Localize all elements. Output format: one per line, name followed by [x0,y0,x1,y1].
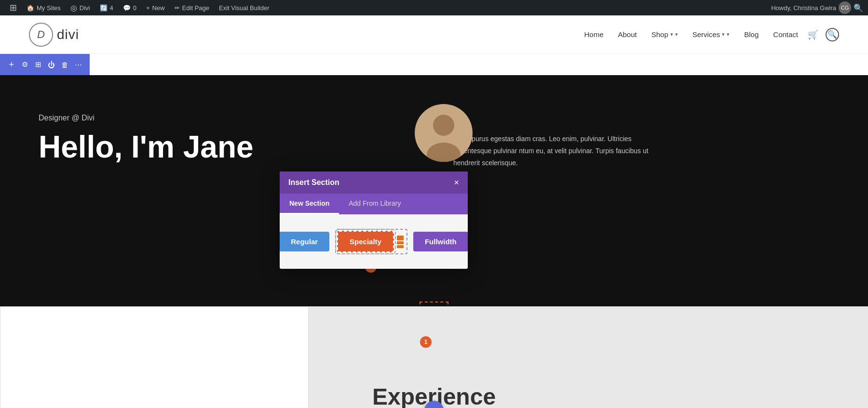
hero-avatar [415,104,473,162]
divi-icon: ◎ [70,3,77,13]
nav-item-about[interactable]: About [618,30,637,39]
nav-item-blog[interactable]: Blog [744,30,759,39]
site-logo[interactable]: D divi [29,23,79,47]
gray-section: Experience ··· [0,306,868,408]
specialty-section-button[interactable]: Specialty [337,231,394,252]
search-nav-icon[interactable]: 🔍 [826,28,839,41]
nav-icons: 🛒 🔍 [808,28,839,41]
top-navigation: D divi Home About Shop▾ Services▾ Blog C… [0,15,868,54]
hero-title: Hello, I'm Jane [39,130,415,164]
comments-icon: 💬 [123,4,131,12]
modal-body: Regular Specialty Fullwidth [280,214,468,269]
specialty-layout-icon [397,236,404,248]
exit-builder-link[interactable]: Exit Visual Builder [214,0,274,15]
logo-circle: D [29,23,53,47]
admin-bar-right: Howdy, Christina Gwira CG 🔍 [771,1,863,14]
layout-icon: ⊞ [35,60,41,69]
layout-button[interactable]: ⊞ [32,57,44,72]
badge-number-1: 1 [420,336,432,348]
admin-bar: ⊞ 🏠 My Sites ◎ Divi 🔄 4 💬 0 + New ✏ Edit… [0,0,868,15]
settings-button[interactable]: ⚙ [19,57,31,72]
wp-logo[interactable]: ⊞ [5,0,22,15]
trash-icon: 🗑 [61,61,68,69]
tab-library[interactable]: Add From Library [339,194,410,214]
chevron-down-icon: ▾ [722,31,725,38]
comments-link[interactable]: 💬 0 [118,0,141,15]
power-icon: ⏻ [48,61,55,69]
ellipsis-icon: ··· [429,405,440,408]
left-panel [0,306,309,408]
lower-add-section-button[interactable]: ··· [424,401,444,408]
stripe-top [397,236,404,240]
divi-link[interactable]: ◎ Divi [66,0,95,15]
specialty-stripes [397,236,404,248]
wp-icon: ⊞ [10,2,17,13]
more-icon: ⋯ [75,60,82,69]
modal-header: Insert Section × [280,171,468,194]
main-content: Designer @ Divi Hello, I'm Jane psum pur… [0,75,868,408]
insert-section-modal: Insert Section × New Section Add From Li… [280,171,468,269]
gear-icon: ⚙ [22,60,28,69]
edit-page-link[interactable]: ✏ Edit Page [170,0,214,15]
hero-right: psum purus egestas diam cras. Leo enim, … [415,104,829,277]
nav-item-home[interactable]: Home [584,30,603,39]
tab-new-section[interactable]: New Section [280,194,339,214]
main-nav-menu: Home About Shop▾ Services▾ Blog Contact [584,30,798,39]
fullwidth-section-button[interactable]: Fullwidth [413,232,468,251]
cart-icon[interactable]: 🛒 [808,29,818,40]
sites-icon: 🏠 [27,4,34,12]
plus-icon: + [9,60,14,70]
delete-button[interactable]: 🗑 [59,57,71,72]
modal-tabs: New Section Add From Library [280,194,468,214]
modal-close-button[interactable]: × [454,178,459,187]
power-button[interactable]: ⏻ [46,57,57,72]
modal-title: Insert Section [288,178,339,187]
add-section-button[interactable]: + [6,57,17,72]
stripe-middle [397,241,404,244]
new-link[interactable]: + New [141,0,170,15]
nav-item-services[interactable]: Services▾ [692,30,730,39]
hero-body-text: psum purus egestas diam cras. Leo enim, … [453,133,656,170]
more-options-button[interactable]: ⋯ [72,57,84,72]
builder-toolbar: + ⚙ ⊞ ⏻ 🗑 ⋯ [0,54,90,75]
logo-text: divi [57,27,79,42]
stripe-bottom [397,245,404,248]
my-sites-link[interactable]: 🏠 My Sites [22,0,66,15]
updates-icon: 🔄 [100,4,108,12]
hero-subtitle: Designer @ Divi [39,114,415,122]
specialty-section-wrapper: Specialty [335,229,407,254]
avatar[interactable]: CG [839,1,851,14]
regular-section-button[interactable]: Regular [280,232,329,251]
nav-item-shop[interactable]: Shop▾ [651,30,678,39]
nav-item-contact[interactable]: Contact [773,30,798,39]
pencil-icon: ✏ [175,4,180,12]
profile-photo [415,104,473,162]
plus-icon: + [146,4,150,12]
lower-add-section-area: ··· [424,401,444,408]
chevron-down-icon: ▾ [670,31,673,38]
search-icon[interactable]: 🔍 [854,3,863,13]
updates-link[interactable]: 🔄 4 [95,0,118,15]
